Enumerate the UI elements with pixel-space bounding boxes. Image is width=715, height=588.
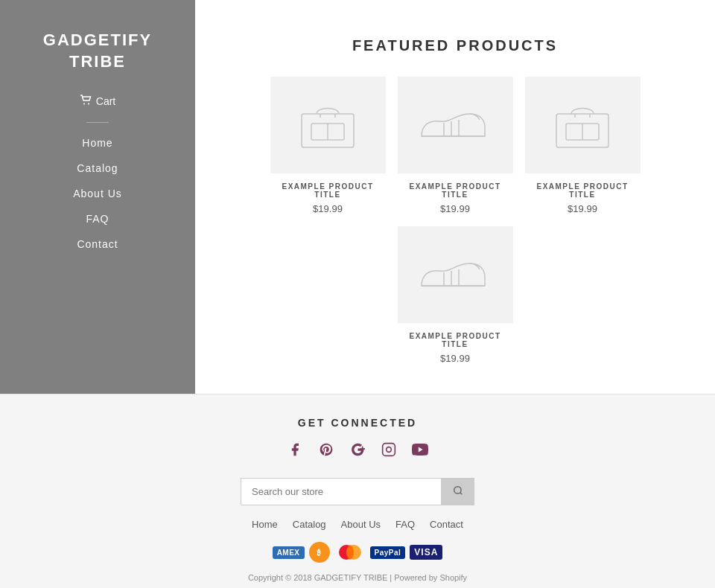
main-area: GADGETIFY TRIBE Cart Home: [0, 0, 715, 394]
product-price-3: $19.99: [568, 203, 597, 214]
svg-point-11: [454, 487, 461, 493]
social-icons: [15, 439, 700, 460]
product-image-2: [398, 77, 513, 173]
pinterest-icon[interactable]: [316, 439, 337, 460]
sidebar-nav: Home Catalog About Us FAQ Contact: [73, 136, 122, 263]
products-grid: EXAMPLE PRODUCT TITLE $19.99 EXAMPLE PRO…: [217, 77, 693, 364]
product-image-4: [398, 226, 513, 323]
sidebar-title: GADGETIFY TRIBE: [0, 30, 195, 72]
sidebar-divider: [86, 122, 109, 123]
bitcoin-badge: ₿: [309, 542, 330, 563]
sidebar-item-about[interactable]: About Us: [73, 187, 122, 200]
footer-nav-faq[interactable]: FAQ: [395, 519, 415, 530]
product-card-2[interactable]: EXAMPLE PRODUCT TITLE $19.99: [398, 77, 513, 214]
amex-badge: AMEX: [273, 546, 305, 559]
footer-nav: Home Catalog About Us FAQ Contact: [15, 519, 700, 530]
visa-badge: VISA: [410, 545, 442, 560]
cart-label: Cart: [96, 95, 115, 107]
google-plus-icon[interactable]: [347, 439, 368, 460]
svg-point-1: [88, 103, 89, 105]
footer-nav-contact[interactable]: Contact: [430, 519, 463, 530]
svg-point-9: [387, 447, 392, 453]
product-card-1[interactable]: EXAMPLE PRODUCT TITLE $19.99: [270, 77, 386, 214]
product-price-2: $19.99: [440, 203, 470, 214]
product-image-3: [525, 77, 641, 173]
sidebar: GADGETIFY TRIBE Cart Home: [0, 0, 195, 394]
footer-nav-home[interactable]: Home: [252, 519, 278, 530]
product-card-3[interactable]: EXAMPLE PRODUCT TITLE $19.99: [525, 77, 641, 214]
product-image-1: [270, 77, 386, 173]
product-card-4[interactable]: EXAMPLE PRODUCT TITLE $19.99: [398, 226, 513, 364]
facebook-icon[interactable]: [285, 439, 305, 460]
youtube-icon[interactable]: [410, 439, 430, 460]
product-title-1: EXAMPLE PRODUCT TITLE: [270, 182, 386, 199]
footer-nav-about[interactable]: About Us: [341, 519, 381, 530]
svg-point-0: [83, 103, 85, 105]
main-content: FEATURED PRODUCTS EXAMPLE PRODUCT TITLE: [195, 0, 715, 394]
footer-search-button[interactable]: [442, 478, 474, 505]
cart-icon: [80, 95, 92, 107]
sidebar-item-faq[interactable]: FAQ: [73, 212, 122, 226]
sidebar-item-catalog[interactable]: Catalog: [73, 162, 122, 175]
svg-point-14: [346, 545, 354, 560]
mastercard-badge: [334, 543, 366, 562]
product-title-2: EXAMPLE PRODUCT TITLE: [398, 182, 513, 199]
footer: GET CONNECTED Home: [0, 394, 715, 588]
payment-icons: AMEX ₿ PayPal VISA: [15, 542, 700, 563]
svg-point-10: [392, 446, 393, 447]
footer-search-row: [15, 478, 700, 505]
svg-rect-8: [383, 444, 395, 456]
footer-nav-catalog[interactable]: Catalog: [293, 519, 326, 530]
product-title-3: EXAMPLE PRODUCT TITLE: [525, 182, 641, 199]
sidebar-item-home[interactable]: Home: [73, 136, 122, 150]
footer-copyright: Copyright © 2018 GADGETIFY TRIBE | Power…: [15, 573, 700, 582]
instagram-icon[interactable]: [378, 439, 399, 460]
cart-link[interactable]: Cart: [80, 95, 115, 107]
paypal-badge: PayPal: [370, 546, 406, 559]
featured-products-title: FEATURED PRODUCTS: [217, 37, 693, 54]
page-wrapper: GADGETIFY TRIBE Cart Home: [0, 0, 715, 588]
footer-search-input[interactable]: [241, 478, 442, 505]
product-title-4: EXAMPLE PRODUCT TITLE: [398, 332, 513, 348]
connected-title: GET CONNECTED: [15, 417, 700, 429]
product-price-4: $19.99: [440, 353, 470, 364]
sidebar-item-contact[interactable]: Contact: [73, 237, 122, 251]
product-price-1: $19.99: [313, 203, 343, 214]
